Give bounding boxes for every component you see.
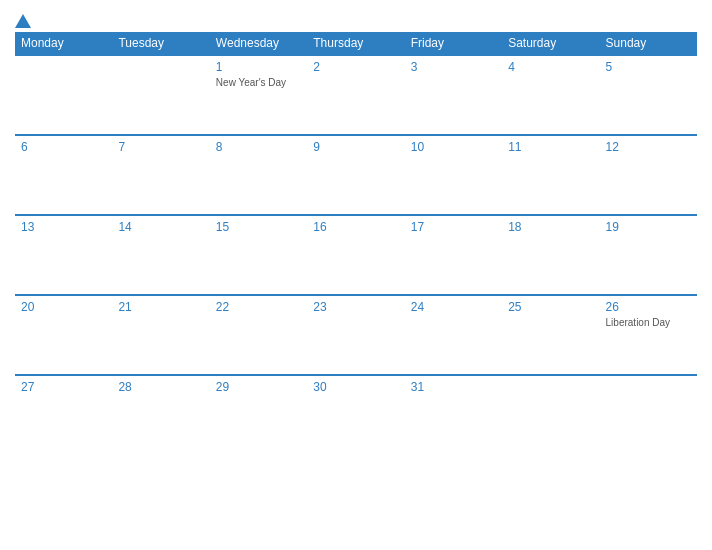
day-cell: 10: [405, 136, 502, 214]
days-of-week-header: MondayTuesdayWednesdayThursdayFridaySatu…: [15, 32, 697, 54]
day-cell: 20: [15, 296, 112, 374]
day-cell: 31: [405, 376, 502, 454]
day-number: 23: [313, 300, 398, 314]
day-cell: 22: [210, 296, 307, 374]
holiday-label: Liberation Day: [606, 316, 691, 329]
week-row-3: 13141516171819: [15, 214, 697, 294]
day-cell: 8: [210, 136, 307, 214]
day-cell: 7: [112, 136, 209, 214]
day-number: 28: [118, 380, 203, 394]
week-row-1: 1New Year's Day2345: [15, 54, 697, 134]
calendar-container: MondayTuesdayWednesdayThursdayFridaySatu…: [0, 0, 712, 550]
day-cell: 15: [210, 216, 307, 294]
day-number: 13: [21, 220, 106, 234]
day-cell: 17: [405, 216, 502, 294]
day-name-friday: Friday: [405, 32, 502, 54]
day-number: 22: [216, 300, 301, 314]
day-cell: 26Liberation Day: [600, 296, 697, 374]
day-cell: 25: [502, 296, 599, 374]
day-cell: 9: [307, 136, 404, 214]
day-number: 7: [118, 140, 203, 154]
day-number: 2: [313, 60, 398, 74]
day-number: 14: [118, 220, 203, 234]
day-name-sunday: Sunday: [600, 32, 697, 54]
logo-triangle-icon: [15, 14, 31, 28]
day-cell: 3: [405, 56, 502, 134]
day-cell: 21: [112, 296, 209, 374]
calendar-grid: 1New Year's Day2345678910111213141516171…: [15, 54, 697, 454]
day-cell: 6: [15, 136, 112, 214]
day-name-tuesday: Tuesday: [112, 32, 209, 54]
day-name-saturday: Saturday: [502, 32, 599, 54]
day-number: 20: [21, 300, 106, 314]
day-number: 4: [508, 60, 593, 74]
day-number: 19: [606, 220, 691, 234]
day-number: 29: [216, 380, 301, 394]
day-cell: 18: [502, 216, 599, 294]
day-cell: 19: [600, 216, 697, 294]
day-number: 31: [411, 380, 496, 394]
day-cell: 2: [307, 56, 404, 134]
day-cell: 4: [502, 56, 599, 134]
day-cell: 1New Year's Day: [210, 56, 307, 134]
day-cell: [112, 56, 209, 134]
day-cell: 30: [307, 376, 404, 454]
calendar-header: [15, 10, 697, 28]
day-cell: [502, 376, 599, 454]
day-name-wednesday: Wednesday: [210, 32, 307, 54]
day-cell: 23: [307, 296, 404, 374]
day-cell: [15, 56, 112, 134]
day-number: 18: [508, 220, 593, 234]
day-number: 15: [216, 220, 301, 234]
day-name-thursday: Thursday: [307, 32, 404, 54]
day-number: 5: [606, 60, 691, 74]
day-number: 8: [216, 140, 301, 154]
day-number: 24: [411, 300, 496, 314]
day-cell: 11: [502, 136, 599, 214]
day-cell: 27: [15, 376, 112, 454]
day-number: 11: [508, 140, 593, 154]
day-number: 10: [411, 140, 496, 154]
logo-blue-area: [15, 14, 34, 28]
day-cell: [600, 376, 697, 454]
day-cell: 12: [600, 136, 697, 214]
day-number: 1: [216, 60, 301, 74]
day-cell: 24: [405, 296, 502, 374]
day-number: 17: [411, 220, 496, 234]
week-row-2: 6789101112: [15, 134, 697, 214]
day-number: 12: [606, 140, 691, 154]
day-number: 21: [118, 300, 203, 314]
day-cell: 28: [112, 376, 209, 454]
day-number: 27: [21, 380, 106, 394]
day-cell: 29: [210, 376, 307, 454]
week-row-4: 20212223242526Liberation Day: [15, 294, 697, 374]
day-cell: 13: [15, 216, 112, 294]
day-number: 9: [313, 140, 398, 154]
day-number: 26: [606, 300, 691, 314]
logo: [15, 10, 34, 28]
day-number: 30: [313, 380, 398, 394]
country-label: [637, 10, 697, 18]
day-number: 25: [508, 300, 593, 314]
day-cell: 5: [600, 56, 697, 134]
day-name-monday: Monday: [15, 32, 112, 54]
day-number: 16: [313, 220, 398, 234]
holiday-label: New Year's Day: [216, 76, 301, 89]
day-number: 3: [411, 60, 496, 74]
day-number: 6: [21, 140, 106, 154]
day-cell: 16: [307, 216, 404, 294]
week-row-5: 2728293031: [15, 374, 697, 454]
day-cell: 14: [112, 216, 209, 294]
